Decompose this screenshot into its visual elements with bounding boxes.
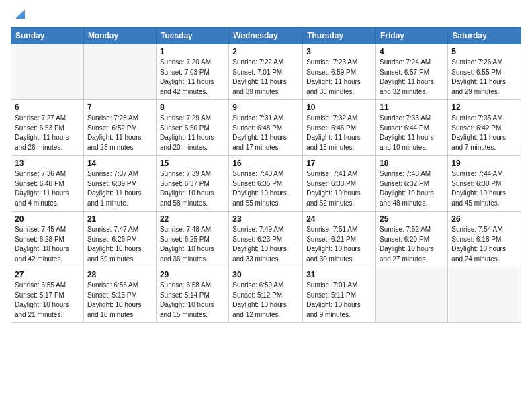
day-info: Sunrise: 6:59 AM Sunset: 5:12 PM Dayligh… bbox=[232, 281, 299, 320]
calendar-cell: 17Sunrise: 7:41 AM Sunset: 6:33 PM Dayli… bbox=[303, 156, 376, 212]
calendar-cell: 24Sunrise: 7:51 AM Sunset: 6:21 PM Dayli… bbox=[303, 212, 376, 267]
day-info: Sunrise: 7:32 AM Sunset: 6:46 PM Dayligh… bbox=[306, 113, 372, 152]
logo-icon bbox=[13, 7, 28, 21]
day-info: Sunrise: 7:54 AM Sunset: 6:18 PM Dayligh… bbox=[451, 225, 517, 264]
day-info: Sunrise: 7:43 AM Sunset: 6:32 PM Dayligh… bbox=[380, 169, 444, 208]
calendar-cell: 26Sunrise: 7:54 AM Sunset: 6:18 PM Dayli… bbox=[448, 212, 521, 267]
day-number: 13 bbox=[15, 158, 80, 168]
day-number: 31 bbox=[306, 270, 372, 279]
calendar-cell: 6Sunrise: 7:27 AM Sunset: 6:53 PM Daylig… bbox=[11, 100, 84, 156]
day-info: Sunrise: 7:33 AM Sunset: 6:44 PM Dayligh… bbox=[380, 113, 444, 152]
day-header-sunday: Sunday bbox=[11, 28, 84, 44]
day-number: 12 bbox=[451, 103, 517, 112]
day-info: Sunrise: 7:20 AM Sunset: 7:03 PM Dayligh… bbox=[160, 58, 225, 97]
day-info: Sunrise: 7:47 AM Sunset: 6:26 PM Dayligh… bbox=[87, 225, 152, 264]
day-info: Sunrise: 7:01 AM Sunset: 5:11 PM Dayligh… bbox=[306, 281, 372, 320]
calendar-cell bbox=[83, 44, 156, 100]
calendar-cell: 7Sunrise: 7:28 AM Sunset: 6:52 PM Daylig… bbox=[83, 100, 156, 156]
calendar-cell: 25Sunrise: 7:52 AM Sunset: 6:20 PM Dayli… bbox=[376, 212, 448, 267]
calendar-cell: 16Sunrise: 7:40 AM Sunset: 6:35 PM Dayli… bbox=[229, 156, 303, 212]
day-number: 1 bbox=[160, 47, 225, 56]
day-info: Sunrise: 6:56 AM Sunset: 5:15 PM Dayligh… bbox=[87, 281, 152, 320]
day-header-wednesday: Wednesday bbox=[229, 28, 303, 44]
day-number: 15 bbox=[160, 158, 225, 168]
day-info: Sunrise: 7:45 AM Sunset: 6:28 PM Dayligh… bbox=[15, 225, 80, 264]
calendar-cell: 2Sunrise: 7:22 AM Sunset: 7:01 PM Daylig… bbox=[229, 44, 303, 100]
calendar-cell: 19Sunrise: 7:44 AM Sunset: 6:30 PM Dayli… bbox=[448, 156, 521, 212]
calendar-header-row: SundayMondayTuesdayWednesdayThursdayFrid… bbox=[11, 28, 521, 44]
day-number: 25 bbox=[380, 214, 444, 224]
calendar-cell: 28Sunrise: 6:56 AM Sunset: 5:15 PM Dayli… bbox=[83, 267, 156, 323]
day-number: 6 bbox=[15, 103, 80, 112]
day-number: 2 bbox=[232, 47, 299, 56]
day-info: Sunrise: 7:28 AM Sunset: 6:52 PM Dayligh… bbox=[87, 113, 152, 152]
calendar-cell: 8Sunrise: 7:29 AM Sunset: 6:50 PM Daylig… bbox=[156, 100, 228, 156]
calendar-cell: 30Sunrise: 6:59 AM Sunset: 5:12 PM Dayli… bbox=[229, 267, 303, 323]
day-header-thursday: Thursday bbox=[303, 28, 376, 44]
calendar-cell: 27Sunrise: 6:55 AM Sunset: 5:17 PM Dayli… bbox=[11, 267, 84, 323]
day-header-monday: Monday bbox=[83, 28, 156, 44]
day-number: 29 bbox=[160, 270, 225, 279]
calendar-cell: 9Sunrise: 7:31 AM Sunset: 6:48 PM Daylig… bbox=[229, 100, 303, 156]
day-header-saturday: Saturday bbox=[448, 28, 521, 44]
day-info: Sunrise: 7:23 AM Sunset: 6:59 PM Dayligh… bbox=[306, 58, 372, 97]
calendar-cell: 4Sunrise: 7:24 AM Sunset: 6:57 PM Daylig… bbox=[376, 44, 448, 100]
day-info: Sunrise: 7:39 AM Sunset: 6:37 PM Dayligh… bbox=[160, 169, 225, 208]
calendar-cell: 13Sunrise: 7:36 AM Sunset: 6:40 PM Dayli… bbox=[11, 156, 84, 212]
calendar-cell: 3Sunrise: 7:23 AM Sunset: 6:59 PM Daylig… bbox=[303, 44, 376, 100]
day-number: 26 bbox=[451, 214, 517, 224]
calendar-cell: 11Sunrise: 7:33 AM Sunset: 6:44 PM Dayli… bbox=[376, 100, 448, 156]
day-number: 28 bbox=[87, 270, 152, 279]
day-number: 7 bbox=[87, 103, 152, 112]
calendar-cell: 22Sunrise: 7:48 AM Sunset: 6:25 PM Dayli… bbox=[156, 212, 228, 267]
day-info: Sunrise: 7:22 AM Sunset: 7:01 PM Dayligh… bbox=[232, 58, 299, 97]
logo bbox=[11, 8, 28, 21]
day-number: 27 bbox=[15, 270, 80, 279]
day-number: 8 bbox=[160, 103, 225, 112]
calendar-cell: 18Sunrise: 7:43 AM Sunset: 6:32 PM Dayli… bbox=[376, 156, 448, 212]
calendar-cell: 20Sunrise: 7:45 AM Sunset: 6:28 PM Dayli… bbox=[11, 212, 84, 267]
calendar-cell bbox=[11, 44, 84, 100]
day-header-friday: Friday bbox=[376, 28, 448, 44]
day-info: Sunrise: 7:41 AM Sunset: 6:33 PM Dayligh… bbox=[306, 169, 372, 208]
day-number: 24 bbox=[306, 214, 372, 224]
calendar-cell: 15Sunrise: 7:39 AM Sunset: 6:37 PM Dayli… bbox=[156, 156, 228, 212]
calendar-week-row: 1Sunrise: 7:20 AM Sunset: 7:03 PM Daylig… bbox=[11, 44, 521, 100]
calendar-cell bbox=[448, 267, 521, 323]
day-number: 17 bbox=[306, 158, 372, 168]
day-info: Sunrise: 7:51 AM Sunset: 6:21 PM Dayligh… bbox=[306, 225, 372, 264]
day-info: Sunrise: 7:49 AM Sunset: 6:23 PM Dayligh… bbox=[232, 225, 299, 264]
calendar-cell: 29Sunrise: 6:58 AM Sunset: 5:14 PM Dayli… bbox=[156, 267, 228, 323]
calendar-cell: 5Sunrise: 7:26 AM Sunset: 6:55 PM Daylig… bbox=[448, 44, 521, 100]
day-header-tuesday: Tuesday bbox=[156, 28, 228, 44]
calendar-cell: 31Sunrise: 7:01 AM Sunset: 5:11 PM Dayli… bbox=[303, 267, 376, 323]
calendar-week-row: 13Sunrise: 7:36 AM Sunset: 6:40 PM Dayli… bbox=[11, 156, 521, 212]
header bbox=[11, 8, 521, 21]
calendar-week-row: 27Sunrise: 6:55 AM Sunset: 5:17 PM Dayli… bbox=[11, 267, 521, 323]
day-number: 23 bbox=[232, 214, 299, 224]
day-number: 22 bbox=[160, 214, 225, 224]
day-info: Sunrise: 7:31 AM Sunset: 6:48 PM Dayligh… bbox=[232, 113, 299, 152]
day-number: 30 bbox=[232, 270, 299, 279]
calendar-week-row: 6Sunrise: 7:27 AM Sunset: 6:53 PM Daylig… bbox=[11, 100, 521, 156]
day-info: Sunrise: 7:44 AM Sunset: 6:30 PM Dayligh… bbox=[451, 169, 517, 208]
day-number: 5 bbox=[451, 47, 517, 56]
day-info: Sunrise: 7:27 AM Sunset: 6:53 PM Dayligh… bbox=[15, 113, 80, 152]
day-number: 19 bbox=[451, 158, 517, 168]
day-info: Sunrise: 7:36 AM Sunset: 6:40 PM Dayligh… bbox=[15, 169, 80, 208]
day-number: 16 bbox=[232, 158, 299, 168]
day-number: 20 bbox=[15, 214, 80, 224]
day-info: Sunrise: 6:58 AM Sunset: 5:14 PM Dayligh… bbox=[160, 281, 225, 320]
day-info: Sunrise: 7:24 AM Sunset: 6:57 PM Dayligh… bbox=[380, 58, 444, 97]
day-number: 18 bbox=[380, 158, 444, 168]
calendar-cell: 10Sunrise: 7:32 AM Sunset: 6:46 PM Dayli… bbox=[303, 100, 376, 156]
day-number: 21 bbox=[87, 214, 152, 224]
calendar-cell: 12Sunrise: 7:35 AM Sunset: 6:42 PM Dayli… bbox=[448, 100, 521, 156]
calendar-week-row: 20Sunrise: 7:45 AM Sunset: 6:28 PM Dayli… bbox=[11, 212, 521, 267]
day-number: 14 bbox=[87, 158, 152, 168]
day-number: 3 bbox=[306, 47, 372, 56]
day-number: 4 bbox=[380, 47, 444, 56]
day-info: Sunrise: 7:48 AM Sunset: 6:25 PM Dayligh… bbox=[160, 225, 225, 264]
svg-marker-0 bbox=[15, 9, 25, 19]
day-info: Sunrise: 7:40 AM Sunset: 6:35 PM Dayligh… bbox=[232, 169, 299, 208]
